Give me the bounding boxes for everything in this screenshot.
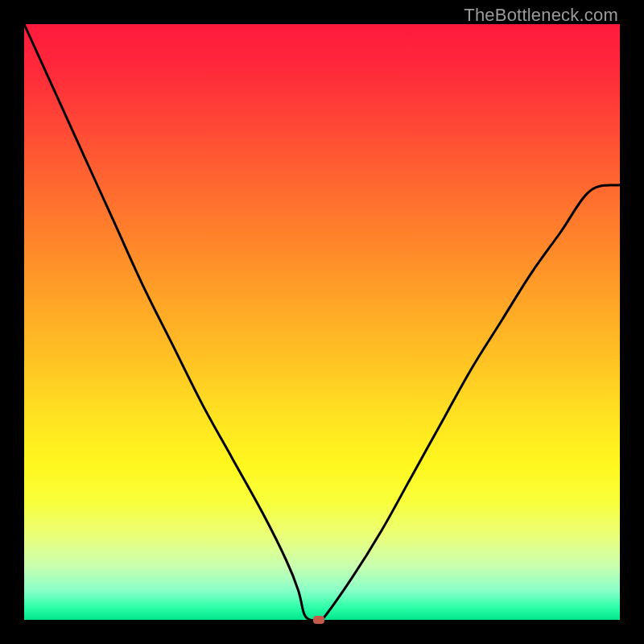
- plot-area: [24, 24, 620, 620]
- chart-frame: TheBottleneck.com: [0, 0, 644, 644]
- minimum-marker: [313, 616, 324, 624]
- bottleneck-curve: [24, 24, 620, 620]
- watermark-text: TheBottleneck.com: [464, 5, 618, 26]
